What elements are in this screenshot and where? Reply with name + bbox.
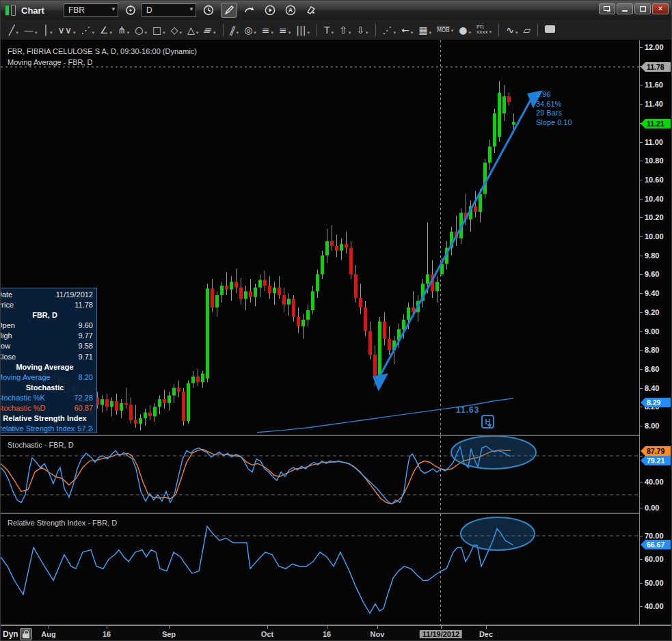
ellipse-tool[interactable]: ○▾ (135, 25, 147, 36)
mob-tool-tool[interactable]: MOB▾ (437, 27, 453, 33)
sync-gear-icon (125, 5, 136, 16)
diamond-tool[interactable]: ◇▾ (171, 25, 182, 36)
grid-tool-tool[interactable]: ▦▾ (418, 25, 431, 36)
drawing-toolbar: ╱▾—▾│▾∨∨▾⋰▾∠▾⋔▾○▾□▾◇▾△▾≡▾∥▾◎▾≡▾≡▾|||▾T▾⇧… (1, 20, 672, 40)
arrow-down-marker-tool[interactable]: ⇩▾ (356, 25, 368, 36)
symbol-value: FBR (68, 5, 85, 15)
panel-divider[interactable] (1, 513, 672, 514)
redo-curve-button[interactable] (241, 3, 258, 18)
h-pin-annotation[interactable]: H (481, 415, 494, 428)
trendline-stats-annotation[interactable]: 2.9634.61%29 BarsSlope 0.10 (536, 90, 572, 127)
rsi-axis-label: 40.00 (645, 602, 664, 610)
ray-fan-tool[interactable]: ∠▾ (100, 25, 112, 36)
vertical-bars-tool[interactable]: |||▾ (296, 25, 310, 36)
maximize-button[interactable] (634, 3, 651, 14)
readout-value: 9.71 (79, 352, 93, 362)
readout-row: Moving Average8.20 (0, 372, 93, 383)
horizontal-levels-icon: ≡ (262, 25, 270, 36)
text-tool-tool[interactable]: T▾ (324, 25, 334, 36)
rsi-chart-surface[interactable] (1, 514, 639, 625)
replay-play-button[interactable] (262, 3, 278, 18)
axis-value-badge: 8.29 (641, 398, 671, 407)
auto-analysis-button[interactable]: A (282, 3, 299, 18)
vertical-line-tool[interactable]: │▾ (42, 25, 52, 36)
triangle-tool[interactable]: △▾ (187, 25, 198, 36)
wave-tool-tool[interactable]: ∿▾ (506, 25, 518, 36)
readout-row: High9.77 (0, 331, 93, 341)
arrow-left-tool[interactable]: ←▾ (401, 25, 413, 36)
price-axis-label: 11.40 (645, 100, 663, 108)
time-axis[interactable]: Dyn Aug16SepOct16Nov11/19/2012Dec (1, 625, 672, 641)
arrow-up-marker-tool[interactable]: ⇧▾ (339, 25, 351, 36)
interval-combo[interactable]: D ▼ (142, 3, 196, 17)
chevron-down-icon: ▾ (489, 29, 492, 35)
chevron-down-icon: ▾ (308, 30, 310, 36)
lock-button[interactable] (20, 628, 32, 640)
chart-title: FBR, FIBRIA CELULOSE S A, D, 09:30-16:00… (8, 46, 197, 68)
horizontal-levels-tool[interactable]: ≡▾ (262, 25, 273, 36)
double-trend-tool[interactable]: ∥▾ (230, 25, 239, 36)
trend-line-tool[interactable]: ╱▾ (9, 25, 18, 36)
rsi-axis-label: 70.00 (645, 532, 664, 540)
concentric-circles-icon: ◎ (244, 25, 252, 36)
chevron-down-icon: ▾ (35, 30, 38, 36)
axis-tick (640, 312, 643, 313)
vertical-line-icon: │ (42, 25, 48, 36)
price-axis-label: 11.00 (645, 138, 663, 146)
stochastic-chart-surface[interactable] (1, 436, 639, 514)
pti-tool-tool[interactable]: PTIxxxx▾ (476, 25, 492, 35)
fib-levels-tool[interactable]: ≡▾ (279, 25, 291, 36)
concentric-circles-tool[interactable]: ◎▾ (244, 25, 256, 36)
diamond-icon: ◇ (171, 25, 178, 36)
axis-tick (327, 626, 327, 629)
minimize-button[interactable] (617, 3, 633, 14)
ellipse-annotation[interactable] (451, 436, 536, 469)
speed-fan-tool[interactable]: ⋰▾ (383, 25, 397, 36)
axis-value-badge: 11.21 (641, 119, 671, 128)
zigzag-tool[interactable]: ∨∨▾ (57, 25, 75, 36)
price-axis[interactable]: 12.0011.8011.6011.4011.2011.0010.8010.60… (639, 40, 672, 625)
eraser-tool[interactable]: ▱ (523, 25, 530, 36)
stoch-axis-label: 40.00 (645, 478, 664, 486)
readout-value: 72.28 (74, 393, 93, 403)
axis-tick (640, 388, 643, 389)
horizontal-line-tool[interactable]: —▾ (24, 25, 38, 36)
chevron-down-icon: ▾ (271, 30, 274, 36)
pitchfork-tool[interactable]: ⋰▾ (81, 25, 94, 36)
dyn-mode-label: Dyn (3, 629, 18, 639)
redo-arrow-icon (243, 5, 256, 16)
panel-divider[interactable] (1, 435, 672, 436)
readout-label: Stochastic %K (0, 393, 45, 403)
parallel-channel-tool[interactable]: ≡▾ (204, 25, 215, 36)
interval-clock-button[interactable] (200, 3, 217, 18)
gann-fan-tool[interactable]: ⋔▾ (118, 25, 129, 36)
readout-row: Stochastic %D60.87 (0, 403, 93, 413)
readout-label: Close (0, 352, 16, 362)
draw-pencil-button[interactable] (221, 3, 237, 18)
chevron-down-icon: ▾ (16, 30, 18, 36)
time-axis-label: Oct (261, 630, 273, 638)
rectangle-tool[interactable]: □▾ (152, 25, 165, 36)
chat-tool[interactable] (545, 25, 555, 34)
brush-button[interactable] (303, 3, 319, 18)
panel-toggle-button[interactable] (599, 3, 615, 14)
readout-label: Date (0, 290, 12, 300)
chevron-down-icon: ▾ (469, 30, 472, 36)
readout-label: Open (0, 320, 15, 331)
arrow-up-marker-icon: ⇧ (339, 25, 347, 36)
axis-tick (640, 180, 643, 180)
symbol-combo[interactable]: FBR ▼ (64, 3, 118, 17)
close-button[interactable]: × (652, 3, 669, 14)
price-axis-label: 9.20 (645, 308, 659, 316)
readout-label: Low (0, 341, 10, 351)
chevron-down-icon: ▾ (254, 30, 256, 36)
ma-value-annotation[interactable]: 11.63 (456, 405, 479, 415)
tj-oval-tool[interactable]: ●▾ (459, 25, 471, 36)
time-axis-label: Aug (41, 630, 55, 638)
window-title: Chart (21, 5, 44, 16)
readout-label: Price (0, 300, 14, 310)
symbol-settings-button[interactable] (122, 3, 139, 18)
app-icon (5, 5, 16, 16)
ellipse-annotation[interactable] (461, 517, 535, 550)
data-readout-panel: Date11/19/2012Price11.78FBR, DOpen9.60Hi… (0, 288, 97, 433)
